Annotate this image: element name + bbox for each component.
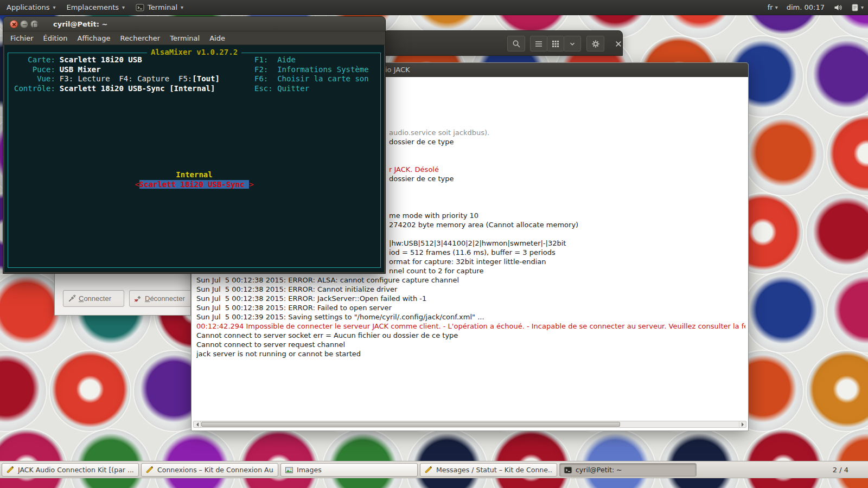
taskbar-item-connexions[interactable]: Connexions – Kit de Connexion Au...: [141, 463, 278, 477]
petri-dish: [807, 36, 868, 117]
scroll-left-arrow[interactable]: [194, 421, 201, 427]
petri-dish: [323, 429, 403, 488]
petri-dish: [239, 429, 319, 488]
search-button[interactable]: [507, 36, 525, 52]
taskbar-item-jack[interactable]: JACK Audio Connection Kit [(par ...: [2, 463, 139, 477]
applications-menu-label: Applications: [7, 3, 49, 11]
gear-icon: [591, 40, 600, 48]
chevron-down-icon: ▾: [181, 4, 183, 10]
menu-aide[interactable]: Aide: [205, 34, 230, 42]
workspace-indicator[interactable]: 2 / 4: [833, 461, 848, 478]
grid-view-button[interactable]: [547, 36, 564, 52]
petri-dish: [491, 429, 571, 488]
terminal-window: cyril@Petit: ~ Fichier Édition Affichage…: [3, 16, 386, 274]
terminal-icon: [564, 466, 572, 474]
gear-button[interactable]: [586, 36, 604, 52]
active-app-label: Terminal: [148, 3, 177, 11]
petri-dish: [575, 429, 655, 488]
maximize-button[interactable]: [30, 20, 39, 28]
terminal-menubar: Fichier Édition Affichage Rechercher Ter…: [3, 31, 385, 45]
places-menu[interactable]: Emplacements ▾: [61, 0, 130, 15]
taskbar-item-messages[interactable]: Messages / Statut – Kit de Conne...: [420, 463, 557, 477]
menu-rechercher[interactable]: Rechercher: [116, 34, 165, 42]
log-line: Sun Jul 5 00:12:38 2015: ERROR: JackServ…: [196, 294, 745, 303]
close-button[interactable]: [10, 20, 18, 28]
alsa-field-value: F3: Lecture F4: Capture F5:: [60, 74, 192, 83]
chevron-down-icon: [569, 40, 576, 48]
taskbar-item-label: cyril@Petit: ~: [576, 466, 622, 474]
menu-terminal[interactable]: Terminal: [165, 34, 205, 42]
menu-edition[interactable]: Édition: [39, 34, 73, 42]
alsamixer-help: F1: Aide F2: Informations Système F6: Ch…: [254, 55, 369, 93]
close-icon: [615, 40, 622, 48]
chevron-down-button[interactable]: [564, 36, 581, 52]
chevron-down-icon: ▾: [775, 4, 778, 10]
applications-menu[interactable]: Applications ▾: [1, 0, 61, 15]
menu-affichage[interactable]: Affichage: [72, 34, 115, 42]
horizontal-scrollbar[interactable]: [193, 421, 746, 428]
list-view-button[interactable]: [530, 36, 547, 52]
clock[interactable]: dim. 00:17: [787, 0, 825, 15]
close-button[interactable]: [609, 36, 627, 52]
petri-dish: [807, 194, 868, 274]
connections-window: Connecter Déconnecter: [54, 270, 191, 316]
image-icon: [285, 466, 293, 474]
clipboard-applet[interactable]: ▾: [851, 0, 864, 15]
petri-dish: [743, 115, 824, 195]
terminal-icon: [136, 3, 144, 12]
alsa-field-label: Carte:: [14, 55, 55, 64]
alsamixer-fields: Carte:Scarlett 18i20 USB Puce:USB Mixer …: [14, 55, 220, 93]
clipboard-icon: [851, 3, 859, 12]
log-line: Sun Jul 5 00:12:39 2015: Saving settings…: [196, 312, 745, 322]
taskbar-item-label: JACK Audio Connection Kit [(par ...: [18, 466, 134, 474]
petri-dish: [71, 429, 151, 488]
speaker-icon: [833, 3, 843, 12]
volume-applet[interactable]: [833, 0, 843, 15]
list-icon: [534, 40, 543, 48]
petri-dish: [0, 351, 46, 431]
taskbar-item-label: Messages / Statut – Kit de Conne...: [436, 466, 553, 474]
alsa-field-label: Vue:: [14, 74, 55, 83]
images-window-toolbar: [383, 30, 623, 56]
grid-icon: [551, 40, 560, 48]
minimize-button[interactable]: [20, 20, 28, 28]
alsa-field-value: Scarlett 18i20 USB: [60, 55, 142, 64]
qjackctl-icon: [145, 466, 154, 474]
help-line: F1: Aide: [254, 55, 369, 65]
menu-fichier[interactable]: Fichier: [5, 34, 39, 42]
alsamixer-selector: Internal <Scarlett 18i20 USB-Sync >: [4, 170, 384, 189]
alsa-field-value: USB Mixer: [60, 65, 101, 74]
top-panel: Applications ▾ Emplacements ▾ Terminal ▾…: [0, 0, 868, 15]
petri-dish: [659, 429, 739, 488]
connect-button-label: Connecter: [79, 294, 111, 303]
taskbar-item-terminal[interactable]: cyril@Petit: ~: [559, 463, 697, 477]
help-line: F6: Choisir la carte son: [254, 74, 369, 84]
taskbar: JACK Audio Connection Kit [(par ... Conn…: [0, 461, 868, 478]
selector-item[interactable]: <Scarlett 18i20 USB-Sync >: [4, 180, 384, 190]
active-app-menu[interactable]: Terminal ▾: [130, 0, 189, 15]
terminal-title: cyril@Petit: ~: [53, 20, 107, 28]
petri-dish: [0, 429, 67, 488]
scrollbar-thumb[interactable]: [201, 422, 620, 427]
scroll-right-arrow[interactable]: [739, 421, 746, 427]
taskbar-item-label: Images: [297, 466, 322, 474]
taskbar-item-label: Connexions – Kit de Connexion Au...: [157, 466, 274, 474]
places-menu-label: Emplacements: [66, 3, 119, 11]
connect-icon: [68, 294, 76, 303]
selector-selected-value: Scarlett 18i20 USB-Sync: [139, 180, 249, 189]
terminal-titlebar[interactable]: cyril@Petit: ~: [3, 17, 385, 31]
disconnect-button-label: Déconnecter: [145, 294, 185, 303]
log-line: Cannot connect to server socket err = Au…: [196, 331, 745, 340]
petri-dish: [743, 272, 824, 352]
connect-button[interactable]: Connecter: [63, 290, 124, 307]
alsa-field-value: Scarlett 18i20 USB-Sync [Internal]: [60, 84, 215, 93]
taskbar-item-images[interactable]: Images: [280, 463, 418, 477]
terminal-screen: AlsaMixer v1.0.27.2 Carte:Scarlett 18i20…: [4, 45, 384, 272]
alsa-field-label: Contrôle:: [14, 84, 55, 93]
petri-dish: [827, 429, 868, 488]
log-line: Cannot connect to server request channel: [196, 340, 745, 349]
keyboard-layout-indicator[interactable]: fr ▾: [768, 0, 778, 15]
log-line: 00:12:42.294 Impossible de connecter le …: [196, 322, 745, 331]
disconnect-button[interactable]: Déconnecter: [129, 290, 191, 307]
alsa-field-value-bold: [Tout]: [192, 74, 220, 83]
